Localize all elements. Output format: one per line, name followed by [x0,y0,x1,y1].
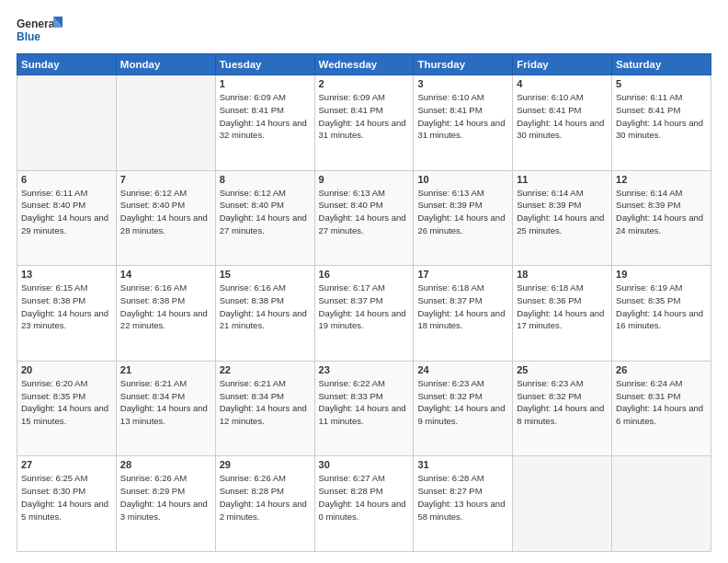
cell-content: Sunrise: 6:10 AM Sunset: 8:41 PM Dayligh… [417,91,508,142]
header: General Blue [17,15,711,44]
cell-content: Sunrise: 6:18 AM Sunset: 8:37 PM Dayligh… [417,282,508,332]
weekday-monday: Monday [116,54,215,75]
day-number: 13 [21,269,112,280]
cell-content: Sunrise: 6:15 AM Sunset: 8:38 PM Dayligh… [21,282,112,332]
calendar-cell: 20Sunrise: 6:20 AM Sunset: 8:35 PM Dayli… [17,361,117,456]
day-number: 18 [517,269,608,280]
day-number: 4 [517,78,608,89]
calendar-cell: 23Sunrise: 6:22 AM Sunset: 8:33 PM Dayli… [314,361,414,456]
logo: General Blue [17,15,63,44]
day-number: 3 [417,78,508,89]
day-number: 25 [517,364,608,375]
weekday-thursday: Thursday [414,54,513,75]
day-number: 30 [319,459,410,470]
cell-content: Sunrise: 6:11 AM Sunset: 8:41 PM Dayligh… [616,91,707,142]
day-number: 10 [417,174,508,185]
day-number: 9 [319,174,410,185]
cell-content: Sunrise: 6:19 AM Sunset: 8:35 PM Dayligh… [616,282,707,332]
calendar-cell: 28Sunrise: 6:26 AM Sunset: 8:29 PM Dayli… [116,456,215,552]
day-number: 8 [220,174,311,185]
cell-content: Sunrise: 6:18 AM Sunset: 8:36 PM Dayligh… [517,282,608,332]
logo-svg: General Blue [17,15,63,44]
cell-content: Sunrise: 6:26 AM Sunset: 8:28 PM Dayligh… [220,472,311,523]
calendar-cell: 17Sunrise: 6:18 AM Sunset: 8:37 PM Dayli… [414,266,513,362]
calendar-cell: 27Sunrise: 6:25 AM Sunset: 8:30 PM Dayli… [17,456,117,552]
calendar-cell: 25Sunrise: 6:23 AM Sunset: 8:32 PM Dayli… [513,361,612,456]
week-row-1: 1Sunrise: 6:09 AM Sunset: 8:41 PM Daylig… [17,75,711,171]
cell-content: Sunrise: 6:23 AM Sunset: 8:32 PM Dayligh… [417,377,508,428]
cell-content: Sunrise: 6:10 AM Sunset: 8:41 PM Dayligh… [517,91,608,142]
calendar-cell: 13Sunrise: 6:15 AM Sunset: 8:38 PM Dayli… [17,266,117,362]
weekday-friday: Friday [513,54,612,75]
cell-content: Sunrise: 6:12 AM Sunset: 8:40 PM Dayligh… [120,187,211,237]
cell-content: Sunrise: 6:16 AM Sunset: 8:38 PM Dayligh… [120,282,211,332]
weekday-sunday: Sunday [17,54,117,75]
weekday-saturday: Saturday [612,54,711,75]
cell-content: Sunrise: 6:21 AM Sunset: 8:34 PM Dayligh… [220,377,311,428]
cell-content: Sunrise: 6:24 AM Sunset: 8:31 PM Dayligh… [616,377,707,428]
day-number: 1 [220,78,311,89]
day-number: 2 [319,78,410,89]
weekday-tuesday: Tuesday [215,54,314,75]
calendar-cell: 5Sunrise: 6:11 AM Sunset: 8:41 PM Daylig… [612,75,711,171]
calendar-cell: 2Sunrise: 6:09 AM Sunset: 8:41 PM Daylig… [314,75,414,171]
day-number: 29 [220,459,311,470]
calendar-cell: 15Sunrise: 6:16 AM Sunset: 8:38 PM Dayli… [215,266,314,362]
day-number: 15 [220,269,311,280]
cell-content: Sunrise: 6:26 AM Sunset: 8:29 PM Dayligh… [120,472,211,523]
day-number: 6 [21,174,112,185]
cell-content: Sunrise: 6:23 AM Sunset: 8:32 PM Dayligh… [517,377,608,428]
day-number: 24 [417,364,508,375]
calendar-cell: 31Sunrise: 6:28 AM Sunset: 8:27 PM Dayli… [414,456,513,552]
week-row-3: 13Sunrise: 6:15 AM Sunset: 8:38 PM Dayli… [17,266,711,362]
cell-content: Sunrise: 6:27 AM Sunset: 8:28 PM Dayligh… [319,472,410,523]
calendar-cell: 18Sunrise: 6:18 AM Sunset: 8:36 PM Dayli… [513,266,612,362]
day-number: 27 [21,459,112,470]
calendar-cell: 24Sunrise: 6:23 AM Sunset: 8:32 PM Dayli… [414,361,513,456]
calendar-cell [612,456,711,552]
calendar-cell: 7Sunrise: 6:12 AM Sunset: 8:40 PM Daylig… [116,170,215,266]
cell-content: Sunrise: 6:20 AM Sunset: 8:35 PM Dayligh… [21,377,112,428]
cell-content: Sunrise: 6:14 AM Sunset: 8:39 PM Dayligh… [616,187,707,237]
cell-content: Sunrise: 6:09 AM Sunset: 8:41 PM Dayligh… [220,91,311,142]
calendar-cell: 9Sunrise: 6:13 AM Sunset: 8:40 PM Daylig… [314,170,414,266]
cell-content: Sunrise: 6:28 AM Sunset: 8:27 PM Dayligh… [417,472,508,523]
day-number: 22 [220,364,311,375]
calendar-cell: 22Sunrise: 6:21 AM Sunset: 8:34 PM Dayli… [215,361,314,456]
calendar-cell: 8Sunrise: 6:12 AM Sunset: 8:40 PM Daylig… [215,170,314,266]
week-row-5: 27Sunrise: 6:25 AM Sunset: 8:30 PM Dayli… [17,456,711,552]
calendar-cell: 29Sunrise: 6:26 AM Sunset: 8:28 PM Dayli… [215,456,314,552]
day-number: 31 [417,459,508,470]
calendar-cell: 12Sunrise: 6:14 AM Sunset: 8:39 PM Dayli… [612,170,711,266]
weekday-wednesday: Wednesday [314,54,414,75]
calendar-cell: 6Sunrise: 6:11 AM Sunset: 8:40 PM Daylig… [17,170,117,266]
calendar-cell: 14Sunrise: 6:16 AM Sunset: 8:38 PM Dayli… [116,266,215,362]
calendar-table: SundayMondayTuesdayWednesdayThursdayFrid… [17,53,711,552]
calendar-cell [116,75,215,171]
calendar-cell: 21Sunrise: 6:21 AM Sunset: 8:34 PM Dayli… [116,361,215,456]
day-number: 21 [120,364,211,375]
calendar-cell: 11Sunrise: 6:14 AM Sunset: 8:39 PM Dayli… [513,170,612,266]
calendar-cell: 3Sunrise: 6:10 AM Sunset: 8:41 PM Daylig… [414,75,513,171]
cell-content: Sunrise: 6:25 AM Sunset: 8:30 PM Dayligh… [21,472,112,523]
cell-content: Sunrise: 6:13 AM Sunset: 8:39 PM Dayligh… [417,187,508,237]
cell-content: Sunrise: 6:13 AM Sunset: 8:40 PM Dayligh… [319,187,410,237]
svg-text:General: General [17,17,58,30]
calendar-cell [513,456,612,552]
calendar-cell: 19Sunrise: 6:19 AM Sunset: 8:35 PM Dayli… [612,266,711,362]
calendar-cell: 30Sunrise: 6:27 AM Sunset: 8:28 PM Dayli… [314,456,414,552]
cell-content: Sunrise: 6:21 AM Sunset: 8:34 PM Dayligh… [120,377,211,428]
cell-content: Sunrise: 6:17 AM Sunset: 8:37 PM Dayligh… [319,282,410,332]
cell-content: Sunrise: 6:09 AM Sunset: 8:41 PM Dayligh… [319,91,410,142]
day-number: 5 [616,78,707,89]
cell-content: Sunrise: 6:14 AM Sunset: 8:39 PM Dayligh… [517,187,608,237]
calendar-cell [17,75,117,171]
calendar-page: General Blue SundayMondayTuesdayWednesda… [0,0,728,563]
week-row-2: 6Sunrise: 6:11 AM Sunset: 8:40 PM Daylig… [17,170,711,266]
calendar-cell: 1Sunrise: 6:09 AM Sunset: 8:41 PM Daylig… [215,75,314,171]
calendar-cell: 26Sunrise: 6:24 AM Sunset: 8:31 PM Dayli… [612,361,711,456]
day-number: 12 [616,174,707,185]
calendar-cell: 16Sunrise: 6:17 AM Sunset: 8:37 PM Dayli… [314,266,414,362]
svg-text:Blue: Blue [17,30,40,43]
day-number: 20 [21,364,112,375]
